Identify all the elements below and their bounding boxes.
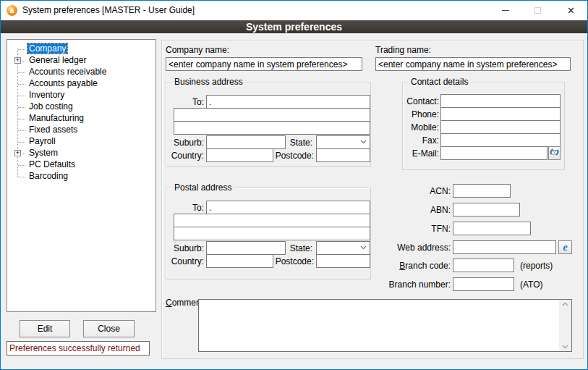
open-web-address-button[interactable]: e (558, 240, 572, 254)
contact-details-title: Contact details (408, 77, 471, 87)
branch-code-label: Branch code: (391, 261, 451, 271)
tfn-input[interactable] (453, 222, 531, 235)
tree-item-barcoding[interactable]: Barcoding (7, 171, 155, 182)
close-icon: ✕ (567, 5, 575, 16)
tree-item-company[interactable]: Company (7, 43, 155, 55)
page-title: System preferences (1, 20, 587, 35)
chevron-down-icon (360, 245, 367, 250)
app-icon: a (7, 5, 17, 16)
contact-input[interactable] (440, 94, 561, 108)
tree-item-job-costing[interactable]: Job costing (7, 101, 155, 113)
postal-state-label: State: (260, 243, 312, 253)
chevron-down-icon (360, 140, 367, 144)
contact-details-group: Contact details Contact: Phone: Mobile: … (402, 82, 565, 170)
business-address-line1-input[interactable] (206, 95, 370, 109)
tree-item-system[interactable]: +System (7, 148, 155, 159)
email-sync-icon (550, 148, 559, 156)
close-button[interactable]: Close (83, 320, 135, 337)
fax-label: Fax: (403, 135, 439, 146)
postal-suburb-label: Suburb: (166, 243, 204, 253)
email-label: E-Mail: (403, 148, 439, 159)
business-postcode-label: Postcode: (260, 151, 314, 161)
postal-address-line2-input[interactable] (174, 214, 370, 227)
tree-item-inventory[interactable]: Inventory (7, 90, 155, 101)
business-address-title: Business address (171, 77, 246, 87)
postal-postcode-label: Postcode: (260, 256, 314, 266)
postal-to-label: To: (166, 203, 204, 213)
scroll-up-icon[interactable] (562, 302, 568, 306)
postal-address-line1-input[interactable] (206, 201, 370, 214)
minimize-button[interactable] (489, 1, 521, 20)
close-window-button[interactable]: ✕ (555, 1, 587, 20)
business-postcode-input[interactable] (316, 148, 370, 162)
title-bar: a System preferences [MASTER - User Guid… (1, 1, 587, 20)
company-name-label: Company name: (166, 45, 229, 55)
scroll-down-icon[interactable] (562, 345, 568, 349)
expand-icon[interactable]: + (14, 57, 21, 64)
email-input[interactable] (440, 146, 547, 160)
contact-label: Contact: (403, 96, 439, 106)
postal-country-label: Country: (166, 256, 204, 266)
branch-code-suffix: (reports) (520, 261, 553, 271)
branch-code-input[interactable] (453, 258, 514, 272)
email-send-button[interactable] (548, 146, 561, 160)
web-address-label: Web address: (391, 243, 451, 253)
tree-item-pc-defaults[interactable]: PC Defaults (7, 159, 155, 171)
comments-textarea[interactable] (198, 299, 572, 352)
expand-icon[interactable]: + (14, 150, 21, 156)
tree-item-accounts-receivable[interactable]: Accounts receivable (7, 67, 155, 78)
postal-address-line3-input[interactable] (174, 227, 370, 240)
internet-explorer-icon: e (563, 242, 567, 253)
mobile-label: Mobile: (403, 122, 439, 133)
edit-button[interactable]: Edit (20, 320, 70, 337)
minimize-icon (502, 10, 509, 11)
trading-name-label: Trading name: (375, 45, 431, 55)
business-to-label: To: (166, 97, 204, 107)
preferences-tree: Company +General ledger Accounts receiva… (7, 39, 156, 312)
acn-label: ACN: (391, 186, 451, 196)
system-preferences-window: a System preferences [MASTER - User Guid… (0, 0, 588, 370)
business-address-line3-input[interactable] (174, 121, 370, 135)
postal-state-dropdown[interactable] (316, 241, 370, 255)
branch-number-suffix: (ATO) (520, 279, 543, 290)
phone-input[interactable] (440, 107, 561, 121)
abn-label: ABN: (391, 205, 451, 215)
tfn-label: TFN: (391, 224, 451, 234)
postal-address-title: Postal address (171, 182, 234, 193)
status-message: Preferences successfully returned (7, 341, 150, 356)
mobile-input[interactable] (440, 120, 561, 134)
abn-input[interactable] (453, 203, 520, 216)
maximize-icon (534, 7, 541, 14)
tree-item-general-ledger[interactable]: +General ledger (7, 55, 155, 67)
comments-scrollbar[interactable] (559, 300, 571, 351)
fax-input[interactable] (440, 133, 561, 147)
company-name-input[interactable] (166, 57, 362, 71)
web-address-input[interactable] (453, 240, 556, 254)
business-state-label: State: (260, 138, 312, 148)
trading-name-input[interactable] (375, 57, 571, 71)
postal-postcode-input[interactable] (316, 254, 370, 268)
tree-item-manufacturing[interactable]: Manufacturing (7, 113, 155, 125)
maximize-button[interactable] (521, 1, 554, 20)
business-suburb-label: Suburb: (166, 138, 204, 148)
tree-item-accounts-payable[interactable]: Accounts payable (7, 78, 155, 90)
business-state-dropdown[interactable] (316, 135, 370, 149)
postal-address-group: Postal address To: Suburb: State: Countr… (166, 188, 371, 279)
business-address-line2-input[interactable] (174, 108, 370, 122)
acn-input[interactable] (453, 184, 511, 198)
tree-item-payroll[interactable]: Payroll (7, 136, 155, 148)
branch-number-label: Branch number: (384, 279, 451, 290)
tree-item-fixed-assets[interactable]: Fixed assets (7, 125, 155, 136)
window-title: System preferences [MASTER - User Guide] (22, 1, 195, 20)
business-country-label: Country: (166, 151, 204, 161)
phone-label: Phone: (403, 109, 439, 119)
branch-number-input[interactable] (453, 277, 514, 291)
business-address-group: Business address To: Suburb: State: Coun… (166, 82, 371, 167)
